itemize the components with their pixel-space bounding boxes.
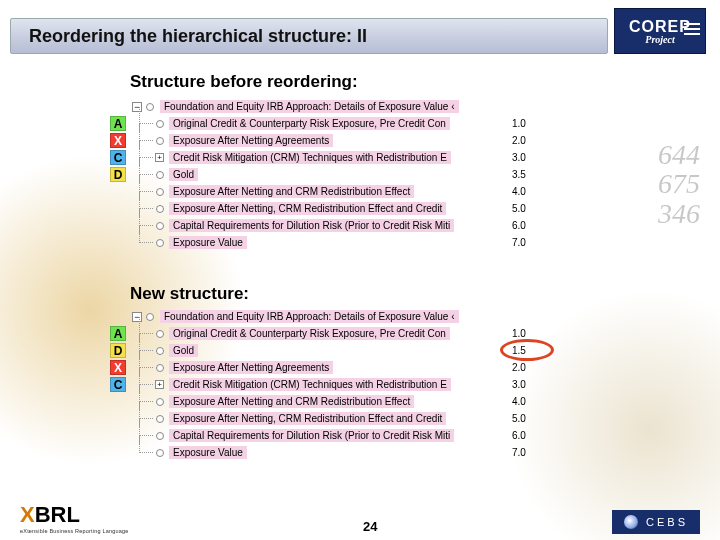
marker-x: X [110, 360, 126, 375]
marker-a: A [110, 116, 126, 131]
tree-row: Capital Requirements for Dilution Risk (… [132, 217, 459, 234]
tree-before: −Foundation and Equity IRB Approach: Det… [132, 98, 459, 251]
tree-row-order: 4.0 [512, 396, 526, 407]
tree-row-order: 5.0 [512, 203, 526, 214]
xbrl-logo: XBRL eXtensible Business Reporting Langu… [20, 502, 129, 534]
tree-row-label: Capital Requirements for Dilution Risk (… [169, 219, 454, 232]
tree-row: C+Credit Risk Mitigation (CRM) Technique… [132, 149, 459, 166]
section-before-title: Structure before reordering: [130, 72, 358, 92]
marker-x: X [110, 133, 126, 148]
corep-logo: COREP Project [614, 8, 706, 54]
tree-row: Exposure Value7.0 [132, 234, 459, 251]
marker-c: C [110, 150, 126, 165]
marker-c: C [110, 377, 126, 392]
tree-row-order: 1.0 [512, 328, 526, 339]
tree-row-order: 4.0 [512, 186, 526, 197]
tree-row-label: Original Credit & Counterparty Risk Expo… [169, 117, 450, 130]
background-numbers: 644 675 346 [658, 140, 700, 228]
tree-connector [132, 393, 162, 410]
tree-connector [132, 234, 162, 251]
tree-row-label: Exposure After Netting, CRM Redistributi… [169, 412, 446, 425]
tree-row: Exposure After Netting and CRM Redistrib… [132, 393, 459, 410]
tree-row-order: 6.0 [512, 220, 526, 231]
marker-a: A [110, 326, 126, 341]
tree-row-label: Exposure After Netting and CRM Redistrib… [169, 185, 414, 198]
tree-row-order: 3.0 [512, 152, 526, 163]
node-icon [146, 103, 154, 111]
tree-row-order: 2.0 [512, 135, 526, 146]
cebs-logo: CEBS [612, 510, 700, 534]
tree-header-label: Foundation and Equity IRB Approach: Deta… [160, 100, 459, 113]
tree-row-label: Capital Requirements for Dilution Risk (… [169, 429, 454, 442]
tree-connector [132, 342, 162, 359]
tree-row: Exposure Value7.0 [132, 444, 459, 461]
tree-row-label: Gold [169, 168, 198, 181]
tree-row: Exposure After Netting, CRM Redistributi… [132, 200, 459, 217]
tree-row: XExposure After Netting Agreements2.0 [132, 359, 459, 376]
tree-row: DGold3.5 [132, 166, 459, 183]
marker-d: D [110, 167, 126, 182]
tree-connector [132, 115, 162, 132]
marker-d: D [110, 343, 126, 358]
tree-row-label: Exposure After Netting, CRM Redistributi… [169, 202, 446, 215]
tree-row-label: Exposure After Netting Agreements [169, 361, 333, 374]
slide-title: Reordering the hierarchical structure: I… [29, 26, 367, 47]
footer: XBRL eXtensible Business Reporting Langu… [0, 502, 720, 534]
tree-row-order: 7.0 [512, 237, 526, 248]
tree-row: AOriginal Credit & Counterparty Risk Exp… [132, 115, 459, 132]
tree-connector [132, 166, 162, 183]
tree-connector [132, 183, 162, 200]
highlight-ellipse [500, 339, 554, 361]
tree-connector [132, 325, 162, 342]
xbrl-logo-sub: eXtensible Business Reporting Language [20, 528, 129, 534]
slide-title-bar: Reordering the hierarchical structure: I… [10, 18, 608, 54]
tree-row: Exposure After Netting, CRM Redistributi… [132, 410, 459, 427]
tree-row-order: 3.0 [512, 379, 526, 390]
tree-connector [132, 410, 162, 427]
tree-row-order: 6.0 [512, 430, 526, 441]
corep-logo-bars-icon [684, 23, 700, 35]
tree-row-label: Exposure Value [169, 236, 247, 249]
corep-logo-line2: Project [645, 34, 674, 45]
tree-row-label: Exposure Value [169, 446, 247, 459]
tree-row: DGold1.5 [132, 342, 459, 359]
tree-row-label: Credit Risk Mitigation (CRM) Techniques … [169, 151, 451, 164]
tree-row-order: 7.0 [512, 447, 526, 458]
tree-row: XExposure After Netting Agreements2.0 [132, 132, 459, 149]
tree-connector [132, 376, 162, 393]
collapse-icon[interactable]: − [132, 102, 142, 112]
tree-row-label: Credit Risk Mitigation (CRM) Techniques … [169, 378, 451, 391]
tree-connector [132, 132, 162, 149]
tree-connector [132, 200, 162, 217]
tree-row: C+Credit Risk Mitigation (CRM) Technique… [132, 376, 459, 393]
tree-row-label: Gold [169, 344, 198, 357]
tree-connector [132, 444, 162, 461]
collapse-icon[interactable]: − [132, 312, 142, 322]
tree-connector [132, 149, 162, 166]
tree-row: Exposure After Netting and CRM Redistrib… [132, 183, 459, 200]
tree-row-order: 3.5 [512, 169, 526, 180]
tree-row: Capital Requirements for Dilution Risk (… [132, 427, 459, 444]
tree-row-label: Exposure After Netting and CRM Redistrib… [169, 395, 414, 408]
tree-row-order: 1.0 [512, 118, 526, 129]
tree-row-order: 2.0 [512, 362, 526, 373]
section-after-title: New structure: [130, 284, 249, 304]
page-number: 24 [363, 519, 377, 534]
tree-row-label: Original Credit & Counterparty Risk Expo… [169, 327, 450, 340]
tree-row-label: Exposure After Netting Agreements [169, 134, 333, 147]
tree-connector [132, 217, 162, 234]
tree-row: AOriginal Credit & Counterparty Risk Exp… [132, 325, 459, 342]
tree-header-label: Foundation and Equity IRB Approach: Deta… [160, 310, 459, 323]
tree-connector [132, 427, 162, 444]
node-icon [146, 313, 154, 321]
tree-after: −Foundation and Equity IRB Approach: Det… [132, 308, 459, 461]
tree-connector [132, 359, 162, 376]
tree-row-order: 5.0 [512, 413, 526, 424]
